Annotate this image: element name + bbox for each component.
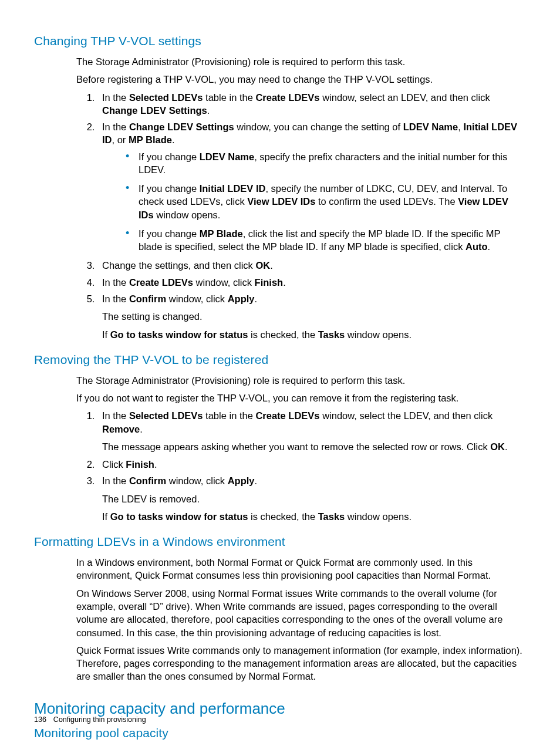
list-item: If you change MP Blade, click the list a… <box>126 227 526 254</box>
ordered-list: In the Selected LDEVs table in the Creat… <box>76 409 526 523</box>
page-number: 136 <box>34 715 46 724</box>
list-item: In the Confirm window, click Apply. The … <box>97 292 526 341</box>
bullet-list: If you change LDEV Name, specify the pre… <box>102 150 526 254</box>
list-item: If you change Initial LDEV ID, specify t… <box>126 182 526 221</box>
heading-removing-thp-vvol: Removing the THP V-VOL to be registered <box>34 353 526 367</box>
section-body: The Storage Administrator (Provisioning)… <box>76 55 526 341</box>
paragraph: On Windows Server 2008, using Normal For… <box>76 587 526 639</box>
list-item: In the Selected LDEVs table in the Creat… <box>97 409 526 453</box>
list-item: In the Selected LDEVs table in the Creat… <box>97 91 526 117</box>
heading-monitoring-capacity: Monitoring capacity and performance <box>34 700 526 718</box>
paragraph: If Go to tasks window for status is chec… <box>102 510 526 523</box>
paragraph: If you do not want to register the THP V… <box>76 391 526 404</box>
section-body: In a Windows environment, both Normal Fo… <box>76 556 526 683</box>
paragraph: Before registering a THP V-VOL, you may … <box>76 73 526 86</box>
paragraph: The LDEV is removed. <box>102 492 526 505</box>
list-item: Change the settings, and then click OK. <box>97 259 526 272</box>
heading-formatting-ldevs: Formatting LDEVs in a Windows environmen… <box>34 535 526 549</box>
document-page: Changing THP V-VOL settings The Storage … <box>0 0 560 746</box>
ordered-list: In the Selected LDEVs table in the Creat… <box>76 91 526 341</box>
heading-monitoring-pool: Monitoring pool capacity <box>34 726 526 740</box>
chapter-title: Configuring thin provisioning <box>53 715 146 724</box>
heading-changing-thp-vvol: Changing THP V-VOL settings <box>34 34 526 48</box>
paragraph: The setting is changed. <box>102 310 526 323</box>
paragraph: The Storage Administrator (Provisioning)… <box>76 55 526 68</box>
paragraph: The Storage Administrator (Provisioning)… <box>76 374 526 387</box>
section-body: The Storage Administrator (Provisioning)… <box>76 374 526 523</box>
list-item: In the Create LDEVs window, click Finish… <box>97 276 526 289</box>
paragraph: In a Windows environment, both Normal Fo… <box>76 556 526 582</box>
list-item: Click Finish. <box>97 458 526 471</box>
list-item: In the Change LDEV Settings window, you … <box>97 120 526 253</box>
paragraph: The message appears asking whether you w… <box>102 440 526 453</box>
list-item: If you change LDEV Name, specify the pre… <box>126 150 526 177</box>
list-item: In the Confirm window, click Apply. The … <box>97 474 526 523</box>
paragraph: If Go to tasks window for status is chec… <box>102 328 526 341</box>
paragraph: Quick Format issues Write commands only … <box>76 644 526 683</box>
page-footer: 136Configuring thin provisioning <box>34 715 146 724</box>
